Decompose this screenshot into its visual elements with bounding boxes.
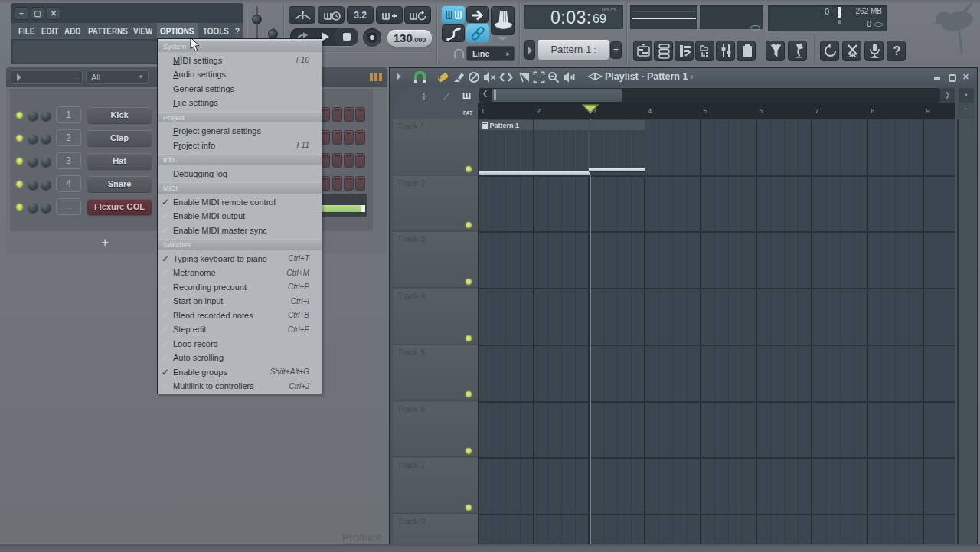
svg-text:?: ? [893, 44, 901, 57]
